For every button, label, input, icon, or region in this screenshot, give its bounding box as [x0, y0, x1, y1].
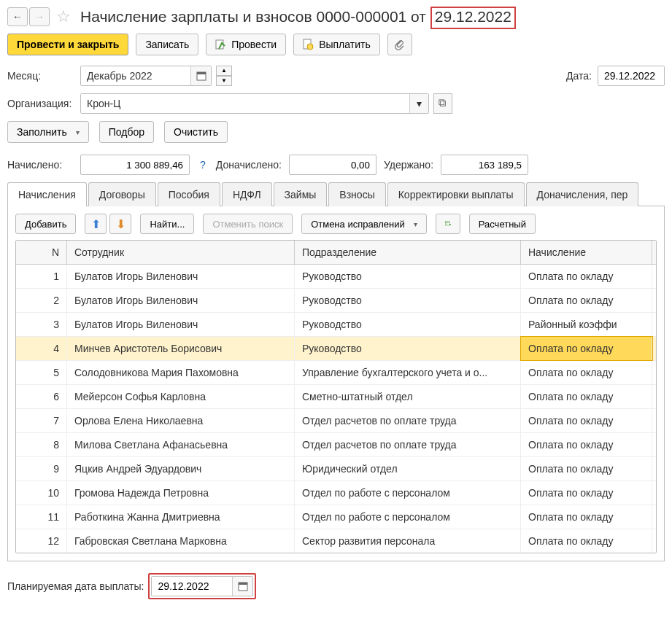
cell-emp[interactable]: Габровская Светлана Марковна	[67, 529, 295, 553]
cell-acc[interactable]: Оплата по окладу	[521, 409, 652, 432]
favorite-star-icon[interactable]: ☆	[54, 7, 73, 26]
cell-dep[interactable]: Руководство	[295, 337, 521, 360]
cell-n[interactable]: 4	[16, 337, 67, 360]
cell-acc[interactable]: Оплата по окладу	[521, 505, 652, 529]
cell-acc[interactable]: Оплата по окладу	[521, 433, 652, 456]
write-button[interactable]: Записать	[136, 34, 198, 55]
cell-n[interactable]: 9	[16, 457, 67, 480]
pay-button[interactable]: Выплатить	[293, 34, 380, 55]
table-row[interactable]: 2Булатов Игорь ВиленовичРуководствоОплат…	[16, 289, 656, 313]
col-n[interactable]: N	[16, 241, 67, 264]
table-row[interactable]: 1Булатов Игорь ВиленовичРуководствоОплат…	[16, 265, 656, 289]
table-row[interactable]: 7Орлова Елена НиколаевнаОтдел расчетов п…	[16, 409, 656, 433]
cell-emp[interactable]: Милова Светлана Афанасьевна	[67, 433, 295, 456]
clear-button[interactable]: Очистить	[164, 121, 228, 143]
table-settings-button[interactable]	[436, 214, 460, 234]
planned-date-input[interactable]	[152, 577, 232, 596]
cell-dep[interactable]: Отдел расчетов по оплате труда	[295, 433, 521, 456]
cell-acc[interactable]: Оплата по окладу	[521, 457, 652, 480]
col-employee[interactable]: Сотрудник	[67, 241, 295, 264]
payslip-button[interactable]: Расчетный	[469, 214, 536, 234]
planned-date-field[interactable]	[151, 576, 253, 596]
attachment-button[interactable]	[387, 34, 412, 55]
accrued-help-icon[interactable]: ?	[197, 159, 209, 171]
cell-dep[interactable]: Юридический отдел	[295, 457, 521, 480]
cell-dep[interactable]: Управление бухгалтерского учета и о...	[295, 361, 521, 384]
cell-acc[interactable]: Оплата по окладу	[521, 337, 652, 360]
cell-n[interactable]: 10	[16, 481, 67, 505]
org-field[interactable]: Крон-Ц ▾	[80, 93, 429, 114]
pick-button[interactable]: Подбор	[99, 121, 154, 143]
tab-accruals[interactable]: Начисления	[7, 182, 87, 206]
org-dropdown-icon[interactable]: ▾	[409, 94, 428, 113]
table-row[interactable]: 8Милова Светлана АфанасьевнаОтдел расчет…	[16, 433, 656, 457]
table-row[interactable]: 12Габровская Светлана МарковнаСектор раз…	[16, 529, 656, 553]
planned-date-calendar-icon[interactable]	[232, 577, 252, 596]
cell-emp[interactable]: Булатов Игорь Виленович	[67, 289, 295, 312]
month-value[interactable]: Декабрь 2022	[81, 66, 190, 85]
cancel-corrections-button[interactable]: Отмена исправлений	[301, 214, 427, 234]
post-button[interactable]: Провести	[206, 34, 286, 55]
table-row[interactable]: 5Солодовникова Мария ПахомовнаУправление…	[16, 361, 656, 385]
cell-n[interactable]: 12	[16, 529, 67, 553]
move-up-button[interactable]: ⬆	[85, 214, 107, 234]
cell-acc[interactable]: Оплата по окладу	[521, 361, 652, 384]
post-and-close-button[interactable]: Провести и закрыть	[7, 34, 128, 55]
additional-value[interactable]	[289, 155, 376, 175]
nav-forward-button[interactable]: →	[29, 7, 50, 26]
cell-acc[interactable]: Оплата по окладу	[521, 289, 652, 312]
cell-dep[interactable]: Руководство	[295, 265, 521, 288]
cell-dep[interactable]: Отдел по работе с персоналом	[295, 505, 521, 529]
cell-n[interactable]: 6	[16, 385, 67, 408]
cell-n[interactable]: 5	[16, 361, 67, 384]
cell-n[interactable]: 7	[16, 409, 67, 432]
cell-emp[interactable]: Мейерсон Софья Карловна	[67, 385, 295, 408]
cell-emp[interactable]: Минчев Аристотель Борисович	[67, 337, 295, 360]
cell-acc[interactable]: Оплата по окладу	[521, 265, 652, 288]
withheld-value[interactable]	[441, 155, 528, 175]
cell-emp[interactable]: Солодовникова Мария Пахомовна	[67, 361, 295, 384]
cell-dep[interactable]: Руководство	[295, 289, 521, 312]
date-input[interactable]	[598, 66, 664, 85]
accrued-value[interactable]	[80, 155, 190, 175]
date-field[interactable]	[598, 66, 665, 86]
cell-n[interactable]: 1	[16, 265, 67, 288]
cell-dep[interactable]: Сметно-штатный отдел	[295, 385, 521, 408]
cancel-find-button[interactable]: Отменить поиск	[203, 214, 293, 234]
tab-additional[interactable]: Доначисления, пер	[526, 182, 639, 206]
cell-n[interactable]: 3	[16, 313, 67, 336]
org-value[interactable]: Крон-Ц	[81, 94, 409, 113]
cell-n[interactable]: 11	[16, 505, 67, 529]
cell-n[interactable]: 8	[16, 433, 67, 456]
table-row[interactable]: 6Мейерсон Софья КарловнаСметно-штатный о…	[16, 385, 656, 409]
table-row[interactable]: 10Громова Надежда ПетровнаОтдел по работ…	[16, 481, 656, 505]
month-field[interactable]: Декабрь 2022	[80, 66, 212, 86]
table-row[interactable]: 9Яцкив Андрей ЭдуардовичЮридический отде…	[16, 457, 656, 481]
cell-acc[interactable]: Оплата по окладу	[521, 481, 652, 505]
cell-acc[interactable]: Районный коэффи	[521, 313, 652, 336]
cell-dep[interactable]: Отдел по работе с персоналом	[295, 481, 521, 505]
cell-emp[interactable]: Орлова Елена Николаевна	[67, 409, 295, 432]
cell-acc[interactable]: Оплата по окладу	[521, 529, 652, 553]
cell-emp[interactable]: Работкина Жанна Дмитриевна	[67, 505, 295, 529]
cell-acc[interactable]: Оплата по окладу	[521, 385, 652, 408]
cell-n[interactable]: 2	[16, 289, 67, 312]
tab-contracts[interactable]: Договоры	[88, 182, 156, 206]
tab-benefits[interactable]: Пособия	[158, 182, 220, 206]
month-down-button[interactable]: ▼	[216, 76, 232, 86]
month-up-button[interactable]: ▲	[216, 66, 232, 76]
cell-emp[interactable]: Булатов Игорь Виленович	[67, 313, 295, 336]
add-row-button[interactable]: Добавить	[15, 214, 76, 234]
nav-back-button[interactable]: ←	[7, 7, 28, 26]
col-department[interactable]: Подразделение	[295, 241, 521, 264]
cell-dep[interactable]: Сектор развития персонала	[295, 529, 521, 553]
cell-dep[interactable]: Отдел расчетов по оплате труда	[295, 409, 521, 432]
tab-loans[interactable]: Займы	[274, 182, 328, 206]
month-calendar-icon[interactable]	[190, 66, 211, 85]
fill-button[interactable]: Заполнить	[7, 121, 89, 143]
table-row[interactable]: 11Работкина Жанна ДмитриевнаОтдел по раб…	[16, 505, 656, 529]
cell-emp[interactable]: Булатов Игорь Виленович	[67, 265, 295, 288]
cell-dep[interactable]: Руководство	[295, 313, 521, 336]
move-down-button[interactable]: ⬇	[109, 214, 131, 234]
tab-corrections[interactable]: Корректировки выплаты	[387, 182, 525, 206]
